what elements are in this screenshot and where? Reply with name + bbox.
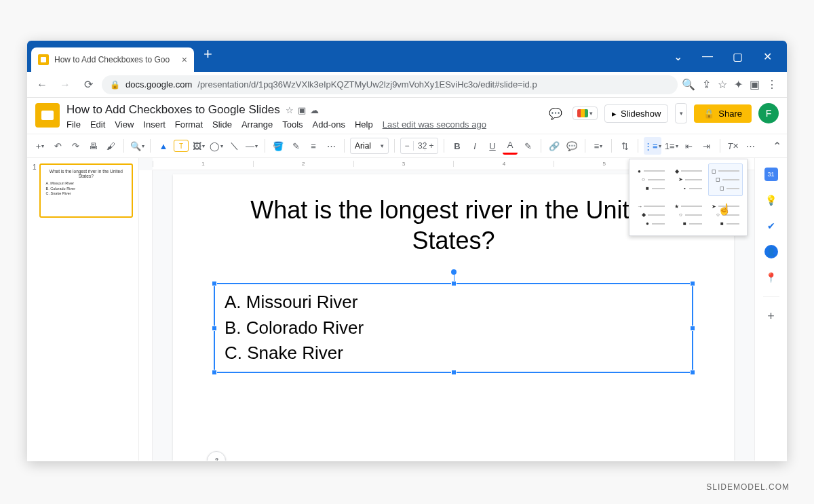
bullet-option-checkbox[interactable]: ◻ ◻ ◻ xyxy=(708,163,743,196)
keep-icon[interactable]: 💡 xyxy=(764,193,778,207)
resize-handle[interactable] xyxy=(212,370,217,375)
url-input[interactable]: 🔒 docs.google.com/presentation/d/1pq36Wz… xyxy=(102,75,678,94)
menu-tools[interactable]: Tools xyxy=(282,119,303,130)
bookmark-icon[interactable]: ☆ xyxy=(718,78,727,91)
maximize-button[interactable]: ▢ xyxy=(726,46,749,66)
bullet-option-triangle[interactable]: ➤ ○ ■ xyxy=(708,199,743,231)
decrease-font[interactable]: − xyxy=(401,141,413,151)
add-addon-icon[interactable]: + xyxy=(764,309,778,323)
autofit-button[interactable]: ⇕ xyxy=(207,451,226,461)
last-edit-link[interactable]: Last edit was seconds ago xyxy=(383,119,486,130)
calendar-icon[interactable]: 31 xyxy=(764,168,778,181)
menu-slide[interactable]: Slide xyxy=(212,119,232,130)
menu-icon[interactable]: ⋮ xyxy=(767,78,777,91)
resize-handle[interactable] xyxy=(690,281,695,286)
bullet-option-star[interactable]: ★ ○ ■ xyxy=(671,199,705,231)
slide-thumbnail[interactable]: What is the longest river in the United … xyxy=(39,163,133,218)
extensions-icon[interactable]: ✦ xyxy=(734,78,743,91)
share-button[interactable]: 🔒 Share xyxy=(694,104,752,123)
menu-arrange[interactable]: Arrange xyxy=(241,119,273,130)
move-icon[interactable]: ▣ xyxy=(298,105,306,115)
bulleted-list-button[interactable]: ⋮≡ xyxy=(644,137,661,155)
select-tool[interactable]: ▲ xyxy=(156,137,171,155)
reload-button[interactable]: ⟳ xyxy=(79,75,98,94)
resize-handle[interactable] xyxy=(212,281,217,286)
border-color[interactable]: ✎ xyxy=(288,137,303,155)
comments-icon[interactable]: 💬 xyxy=(545,103,566,123)
maps-icon[interactable]: 📍 xyxy=(764,271,778,284)
indent-decrease-button[interactable]: ⇤ xyxy=(682,137,697,155)
list-item[interactable]: B. Colorado River xyxy=(225,315,682,341)
print-button[interactable]: 🖶 xyxy=(85,137,100,155)
account-avatar[interactable]: F xyxy=(758,103,779,123)
more-tools-button[interactable]: ⋯ xyxy=(743,137,758,155)
sidepanel-icon[interactable]: ▣ xyxy=(750,78,760,91)
line-spacing-button[interactable]: ⇅ xyxy=(617,137,632,155)
collapse-toolbar-button[interactable]: ⌃ xyxy=(773,140,781,153)
selected-textbox[interactable]: A. Missouri River B. Colorado River C. S… xyxy=(214,283,693,373)
slides-logo[interactable] xyxy=(35,103,60,128)
slide-title-text[interactable]: What is the longest river in the United … xyxy=(214,195,693,256)
forward-button[interactable]: → xyxy=(56,75,75,94)
menu-addons[interactable]: Add-ons xyxy=(313,119,345,130)
slideshow-button[interactable]: ▸ Slideshow xyxy=(604,104,668,123)
canvas-area[interactable]: 123456 What is the longest river in the … xyxy=(139,158,754,461)
numbered-list-button[interactable]: 1≡ xyxy=(664,137,679,155)
resize-handle[interactable] xyxy=(451,370,457,375)
browser-tab[interactable]: How to Add Checkboxes to Goo × xyxy=(31,47,194,72)
chevron-down-icon[interactable]: ⌄ xyxy=(666,46,689,66)
resize-handle[interactable] xyxy=(212,326,217,331)
document-title[interactable]: How to Add Checkboxes to Google Slides xyxy=(66,103,280,117)
resize-handle[interactable] xyxy=(690,326,695,331)
font-family-select[interactable]: Arial xyxy=(350,138,389,154)
link-button[interactable]: 🔗 xyxy=(547,137,562,155)
bullet-option-arrow[interactable]: → ◆ ● xyxy=(634,199,668,231)
bullet-option-disc[interactable]: ● ○ ■ xyxy=(634,163,668,196)
resize-handle[interactable] xyxy=(451,281,457,286)
border-dash[interactable]: ⋯ xyxy=(324,137,338,155)
back-button[interactable]: ← xyxy=(33,75,52,94)
minimize-button[interactable]: — xyxy=(696,46,719,66)
rotate-handle[interactable] xyxy=(451,269,457,275)
comment-button[interactable]: 💬 xyxy=(564,137,579,155)
align-button[interactable]: ≡ xyxy=(591,137,606,155)
textbox-tool[interactable]: T xyxy=(174,140,189,152)
tasks-icon[interactable]: ✔ xyxy=(764,219,778,233)
line-weight[interactable]: — xyxy=(244,137,259,155)
fill-color[interactable]: 🪣 xyxy=(271,137,286,155)
filmstrip[interactable]: 1 What is the longest river in the Unite… xyxy=(27,158,139,461)
resize-handle[interactable] xyxy=(690,370,695,375)
new-slide-button[interactable]: + xyxy=(33,137,47,155)
highlight-button[interactable]: ✎ xyxy=(520,137,535,155)
star-icon[interactable]: ☆ xyxy=(286,105,294,115)
menu-insert[interactable]: Insert xyxy=(143,119,166,130)
menu-format[interactable]: Format xyxy=(175,119,203,130)
close-window-button[interactable]: ✕ xyxy=(756,46,779,66)
text-color-button[interactable]: A xyxy=(503,137,518,155)
zoom-button[interactable]: 🔍 xyxy=(130,137,144,155)
bullet-option-diamond[interactable]: ◆ ➤ • xyxy=(671,163,705,196)
indent-increase-button[interactable]: ⇥ xyxy=(699,137,714,155)
contacts-icon[interactable]: 👤 xyxy=(764,245,778,258)
increase-font[interactable]: + xyxy=(425,141,438,151)
italic-button[interactable]: I xyxy=(467,137,482,155)
undo-button[interactable]: ↶ xyxy=(50,137,65,155)
image-tool[interactable]: 🖼 xyxy=(191,137,206,155)
close-tab-icon[interactable]: × xyxy=(182,54,187,65)
bold-button[interactable]: B xyxy=(450,137,465,155)
menu-view[interactable]: View xyxy=(115,119,134,130)
list-item[interactable]: C. Snake River xyxy=(225,341,682,366)
new-tab-button[interactable]: + xyxy=(194,45,222,63)
list-item[interactable]: A. Missouri River xyxy=(225,290,682,315)
shape-tool[interactable]: ◯ xyxy=(209,137,224,155)
underline-button[interactable]: U xyxy=(485,137,500,155)
menu-file[interactable]: File xyxy=(66,119,81,130)
redo-button[interactable]: ↷ xyxy=(68,137,83,155)
menu-edit[interactable]: Edit xyxy=(90,119,105,130)
menu-help[interactable]: Help xyxy=(355,119,373,130)
line-tool[interactable]: ＼ xyxy=(227,137,241,155)
cloud-icon[interactable]: ☁ xyxy=(310,105,319,115)
font-size-value[interactable]: 32 xyxy=(413,141,425,151)
share-url-icon[interactable]: ⇪ xyxy=(702,78,711,91)
paint-format-button[interactable]: 🖌 xyxy=(103,137,118,155)
